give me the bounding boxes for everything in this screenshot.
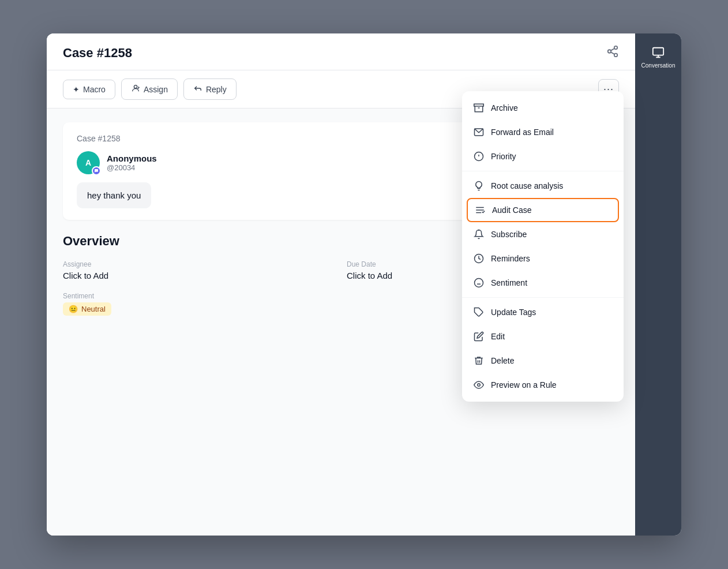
sentiment-badge: 😐 Neutral: [63, 302, 111, 316]
user-info: Anonymous @20034: [107, 154, 157, 172]
assign-button[interactable]: Assign: [121, 78, 178, 100]
svg-point-5: [134, 85, 137, 88]
archive-label: Archive: [491, 103, 518, 113]
svg-rect-6: [653, 48, 663, 55]
email-icon: [474, 127, 484, 137]
dropdown-item-root-cause[interactable]: Root cause analysis: [462, 174, 624, 198]
update-tags-label: Update Tags: [491, 308, 536, 317]
right-sidebar: Conversation: [635, 33, 681, 536]
delete-icon: [474, 355, 484, 366]
audit-case-label: Audit Case: [492, 205, 531, 215]
reply-button[interactable]: Reply: [183, 78, 237, 100]
dropdown-item-update-tags[interactable]: Update Tags: [462, 300, 624, 324]
sidebar-conversation-label: Conversation: [641, 62, 676, 69]
sentiment-emoji: 😐: [69, 305, 78, 313]
assignee-field: Assignee Click to Add: [63, 260, 335, 280]
svg-line-3: [611, 52, 614, 54]
svg-point-26: [478, 384, 481, 387]
message-bubble: hey thank you: [77, 182, 151, 208]
macro-button[interactable]: ✦ Macro: [63, 80, 115, 99]
header: Case #1258: [47, 33, 635, 70]
forward-email-label: Forward as Email: [491, 128, 554, 137]
root-cause-label: Root cause analysis: [491, 181, 563, 190]
assign-icon: [131, 84, 140, 95]
divider-1: [462, 171, 624, 171]
dropdown-item-preview-rule[interactable]: Preview on a Rule: [462, 373, 624, 397]
divider-2: [462, 297, 624, 298]
priority-icon: [474, 151, 484, 162]
sidebar-item-conversation[interactable]: Conversation: [635, 39, 681, 76]
dropdown-item-audit-case[interactable]: Audit Case: [467, 198, 619, 222]
dropdown-item-forward-email[interactable]: Forward as Email: [462, 120, 624, 144]
macro-icon: ✦: [73, 85, 80, 94]
svg-point-21: [475, 279, 483, 287]
dropdown-item-priority[interactable]: Priority: [462, 144, 624, 169]
root-cause-icon: [474, 181, 484, 191]
avatar-badge: [92, 166, 101, 175]
archive-icon: [474, 103, 484, 113]
svg-rect-9: [474, 104, 484, 106]
subscribe-label: Subscribe: [491, 230, 527, 239]
assignee-label: Assignee: [63, 260, 335, 268]
sentiment-icon: [474, 278, 484, 288]
preview-icon: [474, 380, 484, 390]
preview-rule-label: Preview on a Rule: [491, 380, 557, 390]
page-title: Case #1258: [63, 46, 132, 61]
reminders-label: Reminders: [491, 254, 530, 263]
sentiment-text: Neutral: [81, 305, 106, 313]
tags-icon: [474, 307, 484, 317]
svg-line-4: [611, 48, 614, 51]
dropdown-item-subscribe[interactable]: Subscribe: [462, 222, 624, 246]
conversation-icon: [652, 46, 665, 60]
share-icon[interactable]: [606, 45, 619, 61]
dropdown-item-archive[interactable]: Archive: [462, 96, 624, 120]
delete-label: Delete: [491, 356, 514, 365]
subscribe-icon: [474, 229, 484, 239]
sentiment-label-menu: Sentiment: [491, 278, 527, 287]
dropdown-menu: Archive Forward as Email Priority: [462, 91, 624, 402]
reminders-icon: [474, 253, 484, 264]
priority-label: Priority: [491, 152, 516, 161]
dropdown-item-reminders[interactable]: Reminders: [462, 246, 624, 271]
avatar: A: [77, 151, 100, 174]
reply-icon: [193, 84, 202, 95]
audit-icon: [475, 205, 485, 215]
dropdown-item-delete[interactable]: Delete: [462, 349, 624, 373]
dropdown-item-edit[interactable]: Edit: [462, 324, 624, 349]
assignee-value[interactable]: Click to Add: [63, 271, 335, 280]
edit-label: Edit: [491, 332, 505, 341]
dropdown-item-sentiment[interactable]: Sentiment: [462, 271, 624, 295]
edit-icon: [474, 331, 484, 342]
